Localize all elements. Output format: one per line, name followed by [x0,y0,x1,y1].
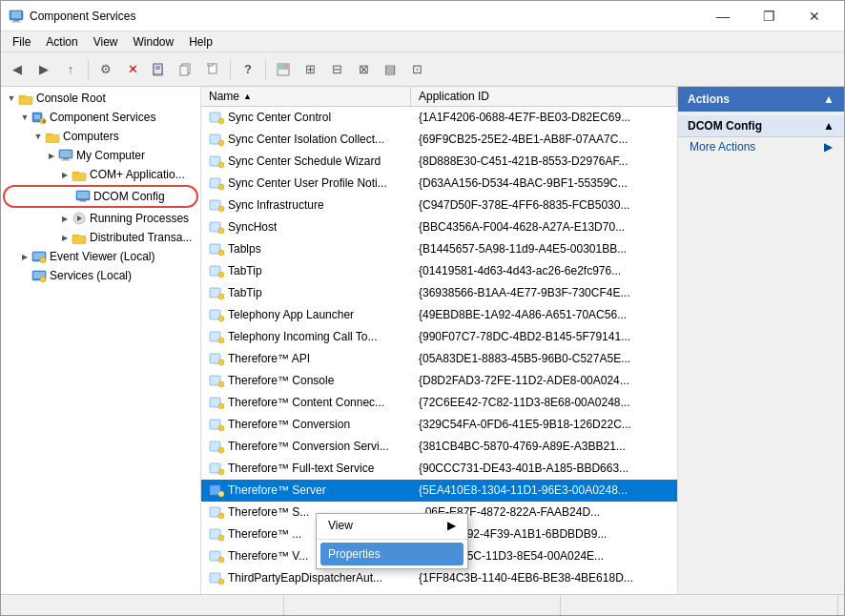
view4-button[interactable]: ⊠ [351,57,376,82]
list-cell-name: TabTip [201,284,411,301]
menu-window[interactable]: Window [126,33,182,51]
close-button[interactable]: ✕ [793,1,836,31]
list-row[interactable]: Therefore™ Conversion Servi...{381CB4BC-… [201,436,677,458]
list-row[interactable]: Sync Center Isolation Collect...{69F9CB2… [201,129,677,151]
help-button[interactable]: ? [236,57,260,82]
list-cell-name: TabTip [201,262,411,279]
list-row-name-text: Sync Center User Profile Noti... [228,176,387,190]
list-row[interactable]: Therefore™ Conversion{329C54FA-0FD6-41E5… [201,414,677,436]
svg-point-76 [218,491,224,497]
tree-arrow-mycomp: ▶ [45,149,58,162]
view6-button[interactable]: ⊡ [404,57,429,82]
list-row[interactable]: Therefore™ Content Connec...{72C6EE42-7C… [201,392,677,414]
menu-bar: File Action View Window Help [1,31,844,52]
list-cell-name: Therefore™ API [201,350,411,367]
forward-button[interactable]: ▶ [31,57,56,82]
list-cell-name: Therefore™ Console [201,372,411,389]
tree-item-my-computer[interactable]: ▶ My Computer [1,146,200,165]
list-cell-appid: {49EBD8BE-1A92-4A86-A651-70AC56... [411,307,677,322]
svg-rect-16 [19,97,32,105]
list-row[interactable]: ThirdPartyEapDispatcherAut...{1FF84C3B-1… [201,567,677,589]
list-cell-appid: {329C54FA-0FD6-41E5-9B18-126D22C... [411,417,677,432]
status-section-3 [561,595,838,615]
tree-arrow-computers: ▼ [31,130,45,143]
list-cell-appid: {BBC4356A-F004-4628-A27A-E13D70... [411,219,677,235]
list-row[interactable]: TabTip{01419581-4d63-4d43-ac26-6e2fc976.… [201,260,677,282]
list-row[interactable]: Tablps{B1445657-5A98-11d9-A4E5-00301BB..… [201,238,677,260]
tree-item-dcom-config[interactable]: ▶ DCOM Config [3,185,198,208]
tree-label-mycomp: My Computer [76,149,145,162]
list-row[interactable]: Sync Center User Profile Noti...{D63AA15… [201,173,677,195]
copy-button[interactable] [174,57,198,82]
list-row[interactable]: Telephony App Launcher{49EBD8BE-1A92-4A8… [201,304,677,326]
view1-button[interactable] [271,57,296,82]
list-row[interactable]: SyncHost{BBC4356A-F004-4628-A27A-E13D70.… [201,216,677,238]
delete-button[interactable]: ✕ [120,57,145,82]
back-button[interactable]: ◀ [5,57,30,82]
tree-label-running: Running Processes [90,212,189,225]
tree-item-services-local[interactable]: ▶ Services (Local) [1,266,200,285]
view5-button[interactable]: ▤ [378,57,402,82]
list-row-name-text: Therefore™ Server [228,483,326,497]
list-row[interactable]: ThirdPartyEapDispatcherAut...{80E28D63-5… [201,589,677,594]
tree-item-com-apps[interactable]: ▶ COM+ Applicatio... [1,165,200,184]
list-row[interactable]: Telephony Incoming Call To...{990F07C7-7… [201,326,677,348]
list-row-name-text: ThirdPartyEapDispatcherAut... [228,593,382,594]
list-row[interactable]: Therefore™ Server{5EA410E8-1304-11D1-96E… [201,480,677,502]
restore-button[interactable]: ❐ [747,1,791,31]
settings-button[interactable]: ⚙ [93,57,118,82]
list-cell-name: Therefore™ Content Connec... [201,394,411,411]
menu-view[interactable]: View [86,33,126,51]
list-cell-appid: {381CB4BC-5870-4769-A89E-A3BB21... [411,439,677,454]
tree-arrow-console-root: ▼ [5,92,18,105]
list-row[interactable]: Sync Center Control{1A1F4206-0688-4E7F-B… [201,107,677,129]
menu-action[interactable]: Action [38,33,85,51]
list-cell-name: Telephony App Launcher [201,306,411,323]
svg-point-84 [218,579,224,585]
list-row-name-text: Telephony Incoming Call To... [228,330,378,343]
list-row-name-text: Therefore™ Conversion [228,418,350,431]
tree-item-component-services[interactable]: ▼ ⚙ Component Services [1,108,200,127]
list-row-name-text: ThirdPartyEapDispatcherAut... [228,571,382,585]
list-row[interactable]: Therefore™ API{05A83DE1-8883-45B5-96B0-C… [201,348,677,370]
list-row[interactable]: Therefore™ Full-text Service{90CCC731-DE… [201,458,677,480]
view3-button[interactable]: ⊟ [324,57,349,82]
tree-item-console-root[interactable]: ▼ Console Root [1,89,200,108]
ctx-properties-label: Properties [328,547,381,561]
running-icon [72,211,87,226]
svg-point-64 [218,359,224,365]
list-cell-appid: {1A1F4206-0688-4E7F-BE03-D82EC69... [411,110,677,125]
ctx-properties[interactable]: Properties [320,543,464,565]
list-row[interactable]: Sync Infrastructure{C947D50F-378E-4FF6-8… [201,195,677,216]
svg-rect-9 [180,66,188,75]
export-button[interactable] [147,57,172,82]
list-row[interactable]: Sync Center Schedule Wizard{8D888E30-C45… [201,151,677,173]
ctx-view[interactable]: View ▶ [317,514,467,537]
sort-arrow: ▲ [243,92,252,101]
actions-collapse-icon: ▲ [823,92,835,106]
ctx-view-label: View [328,519,353,532]
status-bar [1,594,844,615]
tree-item-running[interactable]: ▶ Running Processes [1,209,200,228]
tree-item-event-viewer[interactable]: ▶ Event Viewer (Local) [1,247,200,266]
svg-point-82 [218,557,224,563]
list-cell-name: Telephony Incoming Call To... [201,328,411,345]
actions-more-actions[interactable]: More Actions ▶ [678,137,844,156]
dcom-config-icon [75,189,91,204]
paste-button[interactable] [200,57,225,82]
tree-panel: ▼ Console Root ▼ ⚙ [1,87,201,594]
list-row[interactable]: TabTip{36938566-B1AA-4E77-9B3F-730CF4E..… [201,282,677,304]
list-row[interactable]: Therefore™ Console{D8D2FAD3-72FE-11D2-AD… [201,370,677,392]
col-header-name[interactable]: Name ▲ [201,87,411,106]
minimize-button[interactable]: — [701,1,745,31]
menu-help[interactable]: Help [181,33,220,51]
tree-item-dist-trans[interactable]: ▶ Distributed Transa... [1,228,200,247]
view2-button[interactable]: ⊞ [298,57,322,82]
up-button[interactable]: ↑ [58,57,83,82]
list-row-name-text: Therefore™ Content Connec... [228,396,384,409]
tree-item-computers[interactable]: ▼ Computers [1,127,200,146]
svg-rect-1 [11,11,21,18]
menu-file[interactable]: File [5,33,38,51]
app-icon [9,9,24,24]
col-header-appid[interactable]: Application ID [411,87,677,106]
